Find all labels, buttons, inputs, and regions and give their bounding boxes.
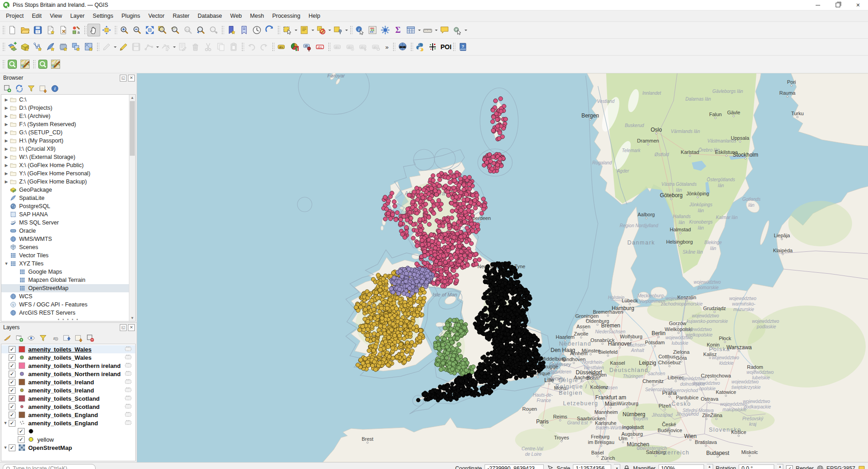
open-project-icon[interactable] [19,24,31,36]
lock-scale-icon[interactable] [623,465,630,469]
expand-arrow-icon[interactable]: ▶ [3,106,10,110]
pencil-dropdown[interactable] [113,41,117,53]
select-form-icon[interactable] [298,24,311,36]
expand-arrow-icon[interactable]: ▶ [3,155,10,159]
browser-item-x-goflex-home-public-[interactable]: ▶X:\ (GoFlex Home Public) [1,161,135,169]
layer-row-amenity-toilets-scotland[interactable]: ✓amenity_toilets_Scotland [1,394,135,403]
processing-icon[interactable] [379,24,392,36]
crs-globe-icon[interactable] [817,465,824,469]
layer-row-symbol[interactable]: ✓ [1,427,135,435]
menu-project[interactable]: Project [2,11,28,20]
redo-icon[interactable] [258,41,271,53]
browser-item-scenes[interactable]: Scenes [1,243,135,251]
layer-row-amenity-toilets-wales[interactable]: ✓amenity_toilets_Wales [1,345,135,353]
layers-close-button[interactable]: ✕ [128,324,135,331]
digitize-dropdown[interactable] [155,41,159,53]
browser-item-ms-sql-server[interactable]: MS SQL Server [1,219,135,227]
layer-visibility-checkbox[interactable]: ✓ [9,354,15,361]
zoom-in-icon[interactable] [118,24,131,36]
map-edit-icon[interactable] [19,58,31,71]
browser-item-xyz-tiles[interactable]: ▼XYZ Tiles [1,260,135,268]
menu-raster[interactable]: Raster [168,11,194,20]
browser-item-c-[interactable]: ▶C:\ [1,96,135,104]
locator-search[interactable]: Type to locate (Ctrl+K) [3,464,96,469]
browser-item-sap-hana[interactable]: SAP HANA [1,210,135,219]
render-checkbox[interactable]: ✓ [786,465,793,469]
paste-icon[interactable] [227,41,240,53]
scale-combo[interactable]: 1:12574356 [573,464,611,469]
actions-icon[interactable] [451,24,464,36]
expand-arrow-icon[interactable]: ▶ [3,147,10,151]
pencil-y-icon[interactable] [117,41,130,53]
zoom-layer-icon[interactable] [169,24,182,36]
measure-dropdown[interactable] [434,24,438,36]
layer-visibility-checkbox[interactable]: ✓ [9,346,15,353]
memory-layer-indicator-icon[interactable] [125,371,132,377]
magnifier-input[interactable]: 100% [659,464,704,469]
layers-float-button[interactable]: ◱ [120,324,127,331]
new-shp-icon[interactable] [31,41,44,53]
panel-splitter-handle[interactable]: • • • • • [58,318,79,321]
new-virtual-icon[interactable] [70,41,82,53]
label-abc-icon[interactable]: abc [276,41,288,53]
layer-row-amenity-toilets-ireland[interactable]: ✓amenity_toilets_Ireland [1,378,135,386]
layers-remove-icon[interactable] [85,332,96,343]
layer-visibility-checkbox[interactable]: ✓ [9,395,15,402]
menu-plugins[interactable]: Plugins [117,11,144,20]
layers-styling-icon[interactable] [2,332,13,343]
restore-button[interactable] [828,0,848,10]
zoom-native-icon[interactable]: 1:1 [182,24,194,36]
browser-item-z-goflex-home-backup-[interactable]: ▶Z:\ (GoFlex Home Backup) [1,178,135,186]
memory-layer-indicator-icon[interactable] [125,403,132,410]
menu-view[interactable]: View [46,11,66,20]
layer-row-amenity-toilets-wales[interactable]: ✓amenity_toilets_Wales [1,353,135,362]
browser-item-vector-tiles[interactable]: Vector Tiles [1,251,135,260]
browser-item-spatialite[interactable]: SpatiaLite [1,194,135,202]
memory-layer-indicator-icon[interactable] [125,420,132,427]
collapse-arrow-icon[interactable]: ▼ [2,445,9,450]
messages-icon[interactable] [858,465,865,469]
browser-item-postgresql[interactable]: PostgreSQL [1,202,135,210]
rotation-spinner[interactable]: ▲▼ [777,464,783,469]
layer-visibility-checkbox[interactable]: ✓ [9,420,15,427]
zoom-next-icon[interactable] [207,24,220,36]
layer-row-amenity-toilets-scotland[interactable]: ✓amenity_toilets_Scotland [1,403,135,411]
save-project-icon[interactable] [31,24,44,36]
select-form-dropdown[interactable] [311,24,315,36]
attr-table-icon[interactable] [404,24,417,36]
new-memory-icon[interactable] [57,41,70,53]
layer-row-amenity-toilets-northern-ireland[interactable]: ✓amenity_toilets_Northern ireland [1,362,135,370]
new-gpkg-icon[interactable] [19,41,31,53]
browser-collapse-icon[interactable] [37,83,48,94]
browser-info-icon[interactable]: i [49,83,60,94]
extents-icon[interactable] [546,465,554,469]
browser-item-y-goflex-home-personal-[interactable]: ▶Y:\ (GoFlex Home Personal) [1,169,135,178]
browser-scrollbar[interactable]: ▲ ▼ [129,95,135,321]
menu-mesh[interactable]: Mesh [246,11,268,20]
browser-item-e-archive-[interactable]: ▶E:\ (Archive) [1,112,135,120]
toolbar-overflow[interactable]: » [383,44,391,51]
label-pin-icon[interactable]: ab [301,41,314,53]
menu-help[interactable]: Help [304,11,324,20]
vertex-icon[interactable] [159,41,172,53]
minimize-button[interactable] [808,0,828,10]
vertex-dropdown[interactable] [172,41,176,53]
zoom-selection-icon[interactable] [156,24,169,36]
layer-row-yellow[interactable]: ✓yellow [1,435,135,444]
layer-visibility-checkbox[interactable]: ✓ [9,444,15,451]
browser-item-d-projects-[interactable]: ▶D:\ (Projects) [1,104,135,112]
trash-icon[interactable] [189,41,202,53]
browser-item-oracle[interactable]: Oracle [1,227,135,235]
close-button[interactable]: ✕ [848,0,868,10]
menu-vector[interactable]: Vector [144,11,168,20]
new-bookmark-icon[interactable] [225,24,238,36]
menu-processing[interactable]: Processing [268,11,305,20]
cut-icon[interactable] [202,41,214,53]
magnifier-spinner[interactable]: ▲▼ [707,464,713,469]
menu-layer[interactable]: Layer [66,11,88,20]
collapse-arrow-icon[interactable]: ▼ [2,421,9,425]
map-edit-icon[interactable] [49,58,62,71]
memory-layer-indicator-icon[interactable] [125,354,132,361]
layers-themes-icon[interactable] [26,332,36,343]
menu-settings[interactable]: Settings [89,11,117,20]
